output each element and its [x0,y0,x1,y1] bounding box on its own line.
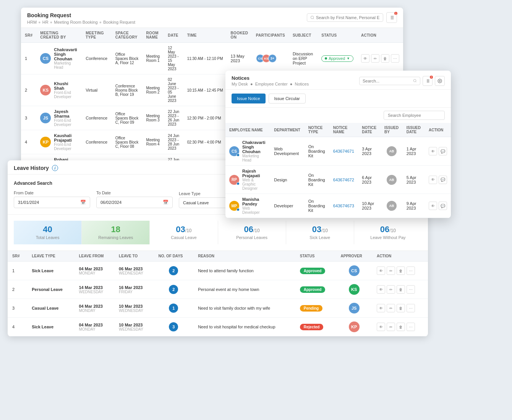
leave-type-value: Casual Leave [183,200,209,205]
table-row: CS Chakravarti Singh Chouhan Marketing H… [225,137,451,166]
booking-search-bar[interactable] [307,13,383,22]
cell-action: 👁 ✏ 🗑 ⋯ [357,43,403,74]
svg-point-7 [413,79,416,82]
ncol-issued-date: ISSUED DATE [403,123,425,137]
lcell-action: 👁 ✏ 🗑 ⋯ [372,280,428,299]
cell-type: Conference [82,130,111,154]
from-date-input[interactable]: 31/01/2024 📅 [14,197,90,208]
lcol-days: NO. OF DAYS [154,251,193,262]
ncol-name: NOTICE NAME [329,123,358,137]
cell-type: Virtual [82,74,111,106]
edit-btn[interactable]: ✏ [387,285,395,294]
leave-title: Leave History [14,165,49,171]
cell-date: 12 May 2023 - 15 May 2023 [164,43,183,74]
ncell-dept: Developer [270,194,304,218]
ncell-action: 👁 💬 [425,194,451,218]
lcell-status: Rejected [295,318,336,336]
msg-btn[interactable]: 💬 [439,176,447,184]
booking-menu-icon-btn[interactable]: 1 [386,12,397,23]
delete-btn[interactable]: 🗑 [397,323,405,331]
lcell-from: 04 Mar 2023 MONDAY [75,299,115,318]
lcell-status: Pending [295,299,336,318]
more-btn[interactable]: ⋯ [391,54,399,63]
view-btn[interactable]: 👁 [429,176,437,184]
ncell-issued-date: 5 Apr 2023 [403,166,425,194]
delete-btn[interactable]: 🗑 [397,304,405,312]
ncol-action: ACTION [425,123,451,137]
delete-btn[interactable]: 🗑 [397,267,405,275]
lcell-reason: Need to visit family doctor with my wife [193,299,295,318]
lcell-type: Sick Leave [27,318,74,336]
summary-card: 06/10 Leave Without Pay [354,221,422,244]
cell-created-by: JS Jayesh Sharma Front-End Developer [36,106,82,130]
view-btn[interactable]: 👁 [377,304,385,312]
svg-point-0 [311,16,313,19]
lcell-approver: KS [336,280,372,299]
cell-sr: 1 [21,43,36,74]
lcell-reason: Personal event at my home town [193,280,295,299]
lcell-sr: 4 [8,318,27,336]
msg-btn[interactable]: 💬 [439,202,447,210]
lcol-reason: REASON [193,251,295,262]
cell-created-by: KP Kaushali Prajapati Front-End Develope… [36,130,82,154]
cell-time: 10:15 AM - 12:45 PM [183,74,227,106]
search-employee-input[interactable] [384,111,445,120]
to-date-input[interactable]: 06/02/2024 📅 [96,197,173,208]
view-btn[interactable]: 👁 [361,54,369,63]
edit-btn[interactable]: ✏ [387,267,395,275]
lcol-status: STATUS [295,251,336,262]
lcol-from: LEAVE FROM [75,251,115,262]
col-booked-on: BOOKED ON [227,28,252,43]
lcell-from: 14 Mar 2023 WEDNESDAY [75,280,115,299]
lcol-to: LEAVE TO [114,251,154,262]
lcell-from: 04 Mar 2023 MONDAY [75,262,115,280]
more-btn[interactable]: ⋯ [407,267,415,275]
table-row: MP Manisha Pandey Web Developer Develope… [225,194,451,218]
more-btn[interactable]: ⋯ [407,304,415,312]
issue-circular-btn[interactable]: Issue Circular [269,94,306,103]
more-btn[interactable]: ⋯ [407,323,415,331]
cell-status: Approved ▼ [318,43,357,74]
col-status: STATUS [318,28,357,43]
lcell-type: Sick Leave [27,262,74,280]
summary-card: 06/10 Personal Leaves [218,221,286,244]
col-date: DATE [164,28,183,43]
booking-search-input[interactable] [316,15,380,20]
col-action: ACTION [357,28,403,43]
ncell-name: 643674671 [329,137,358,166]
lcell-days: 3 [154,318,193,336]
msg-btn[interactable]: 💬 [439,147,447,155]
edit-btn[interactable]: ✏ [387,304,395,312]
edit-btn[interactable]: ✏ [371,54,379,63]
booking-header: Booking Request HRM ● HR ● Meeting Room … [21,8,403,28]
edit-btn[interactable]: ✏ [387,323,395,331]
booking-notification-dot: 1 [394,12,397,15]
settings-icon [437,79,442,83]
view-btn[interactable]: 👁 [429,147,437,155]
ncell-issued-by: AB [381,194,403,218]
search-icon [310,15,314,20]
cell-room: Meeting Room 3 [143,106,164,130]
view-btn[interactable]: 👁 [429,202,437,210]
delete-btn[interactable]: 🗑 [397,285,405,294]
notices-search-input[interactable] [363,79,412,83]
notices-search-bar[interactable] [359,77,420,85]
ncell-dept: Web Development [270,137,304,166]
notices-settings-btn[interactable] [435,76,445,86]
view-btn[interactable]: 👁 [377,267,385,275]
svg-point-14 [439,80,441,81]
col-subject: SUBJECT [289,28,318,43]
view-btn[interactable]: 👁 [377,285,385,294]
view-btn[interactable]: 👁 [377,323,385,331]
from-date-label: From Date [14,191,90,195]
notices-breadcrumb: My Desk ● Employee Center ● Notices [232,82,309,86]
to-date-group: To Date 06/02/2024 📅 [96,191,173,208]
lcol-approver: APPROVER [336,251,372,262]
delete-btn[interactable]: 🗑 [381,54,389,63]
notices-title: Notices [232,75,309,81]
lcell-from: 04 Mar 2023 MONDAY [75,318,115,336]
issue-notice-btn[interactable]: Issue Notice [232,94,266,103]
cell-subject: Discussion on ERP Project [289,43,318,74]
more-btn[interactable]: ⋯ [407,285,415,294]
notices-menu-btn[interactable]: 2 [423,76,433,86]
